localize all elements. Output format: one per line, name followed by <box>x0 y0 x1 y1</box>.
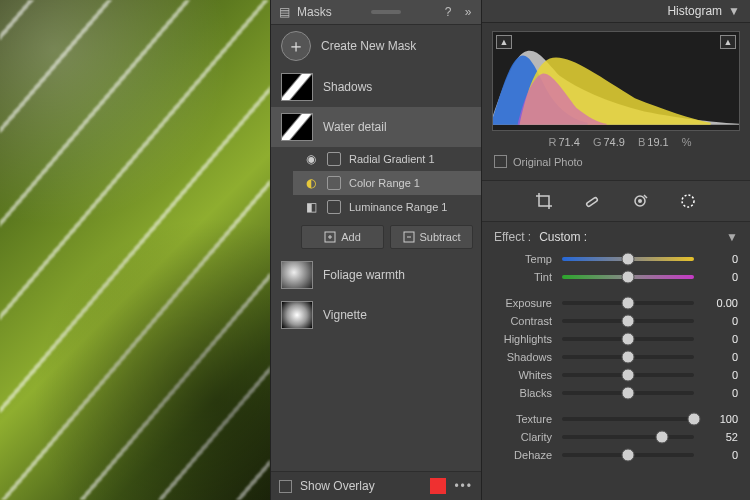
slider-knob[interactable] <box>622 297 635 310</box>
slider-label: Contrast <box>494 315 552 327</box>
slider-temp[interactable]: Temp0 <box>494 250 738 268</box>
create-new-mask[interactable]: ＋ Create New Mask <box>271 25 481 67</box>
tool-strip <box>482 180 750 222</box>
component-color-range[interactable]: ◐ Color Range 1 <box>293 171 481 195</box>
histogram-header[interactable]: Histogram ▼ <box>482 0 750 23</box>
slider-track[interactable] <box>562 257 694 261</box>
slider-exposure[interactable]: Exposure0.00 <box>494 294 738 312</box>
subtract-icon <box>403 231 415 243</box>
crop-tool-icon[interactable] <box>534 191 554 211</box>
original-photo-toggle[interactable]: Original Photo <box>492 153 740 174</box>
slider-knob[interactable] <box>622 351 635 364</box>
slider-track[interactable] <box>562 435 694 439</box>
rgb-readout: R71.4 G74.9 B19.1 % <box>492 131 740 153</box>
slider-label: Temp <box>494 253 552 265</box>
histogram-plot[interactable]: ▲ ▲ <box>492 31 740 131</box>
slider-track[interactable] <box>562 453 694 457</box>
slider-track[interactable] <box>562 391 694 395</box>
slider-track[interactable] <box>562 275 694 279</box>
color-range-icon: ◐ <box>303 175 319 191</box>
add-icon <box>324 231 336 243</box>
slider-track[interactable] <box>562 319 694 323</box>
slider-blacks[interactable]: Blacks0 <box>494 384 738 402</box>
slider-track[interactable] <box>562 355 694 359</box>
slider-value[interactable]: 0 <box>704 351 738 363</box>
slider-value[interactable]: 0 <box>704 333 738 345</box>
masks-panel: ▤ Masks ? » ＋ Create New Mask Shadows Wa… <box>270 0 482 500</box>
slider-value[interactable]: 0.00 <box>704 297 738 309</box>
disclosure-triangle-icon: ▼ <box>728 4 740 18</box>
slider-tint[interactable]: Tint0 <box>494 268 738 286</box>
component-toggle[interactable] <box>327 200 341 214</box>
mask-thumb <box>281 261 313 289</box>
slider-label: Dehaze <box>494 449 552 461</box>
component-label: Luminance Range 1 <box>349 201 447 213</box>
g-label: G <box>593 136 602 148</box>
slider-value[interactable]: 0 <box>704 387 738 399</box>
slider-knob[interactable] <box>622 271 635 284</box>
slider-knob[interactable] <box>656 431 669 444</box>
mask-item-vignette[interactable]: Vignette <box>271 295 481 335</box>
slider-value[interactable]: 52 <box>704 431 738 443</box>
overlay-color-swatch[interactable] <box>430 478 446 494</box>
slider-dehaze[interactable]: Dehaze0 <box>494 446 738 464</box>
slider-label: Shadows <box>494 351 552 363</box>
panel-disclosure-icon[interactable]: ▼ <box>726 230 738 244</box>
mask-item-water-detail[interactable]: Water detail <box>271 107 481 147</box>
slider-knob[interactable] <box>622 315 635 328</box>
slider-track[interactable] <box>562 373 694 377</box>
collapse-icon[interactable]: » <box>461 5 475 19</box>
slider-contrast[interactable]: Contrast0 <box>494 312 738 330</box>
slider-value[interactable]: 0 <box>704 271 738 283</box>
slider-value[interactable]: 0 <box>704 253 738 265</box>
component-luminance-range[interactable]: ◧ Luminance Range 1 <box>293 195 481 219</box>
slider-clarity[interactable]: Clarity52 <box>494 428 738 446</box>
slider-value[interactable]: 0 <box>704 369 738 381</box>
add-button[interactable]: Add <box>301 225 384 249</box>
show-overlay-label: Show Overlay <box>300 479 375 493</box>
slider-value[interactable]: 0 <box>704 449 738 461</box>
mask-label: Shadows <box>323 80 372 94</box>
create-new-mask-label: Create New Mask <box>321 39 416 53</box>
component-label: Color Range 1 <box>349 177 420 189</box>
masks-list: ＋ Create New Mask Shadows Water detail ◉… <box>271 25 481 471</box>
mask-item-foliage-warmth[interactable]: Foliage warmth <box>271 255 481 295</box>
component-toggle[interactable] <box>327 176 341 190</box>
show-overlay-checkbox[interactable] <box>279 480 292 493</box>
component-radial-gradient[interactable]: ◉ Radial Gradient 1 <box>293 147 481 171</box>
original-photo-checkbox[interactable] <box>494 155 507 168</box>
slider-whites[interactable]: Whites0 <box>494 366 738 384</box>
healing-tool-icon[interactable] <box>582 191 602 211</box>
help-icon[interactable]: ? <box>441 5 455 19</box>
masking-tool-icon[interactable] <box>678 191 698 211</box>
panel-dock-icon[interactable]: ▤ <box>277 5 291 19</box>
slider-value[interactable]: 100 <box>704 413 738 425</box>
slider-knob[interactable] <box>622 369 635 382</box>
slider-texture[interactable]: Texture100 <box>494 410 738 428</box>
panel-grip[interactable] <box>371 10 401 14</box>
slider-track[interactable] <box>562 417 694 421</box>
component-toggle[interactable] <box>327 152 341 166</box>
redeye-tool-icon[interactable] <box>630 191 650 211</box>
subtract-button[interactable]: Subtract <box>390 225 473 249</box>
mask-label: Foliage warmth <box>323 268 405 282</box>
slider-value[interactable]: 0 <box>704 315 738 327</box>
photo-preview[interactable] <box>0 0 270 500</box>
effect-panel: Effect : Custom : ▼ Temp0Tint0Exposure0.… <box>482 222 750 500</box>
slider-knob[interactable] <box>622 449 635 462</box>
slider-shadows[interactable]: Shadows0 <box>494 348 738 366</box>
effect-preset-popup[interactable]: Custom : <box>539 230 588 244</box>
slider-knob[interactable] <box>622 253 635 266</box>
more-icon[interactable]: ••• <box>454 479 473 493</box>
masks-panel-title: Masks <box>297 5 332 19</box>
histogram-section: ▲ ▲ R71.4 G74.9 B19.1 % Original Photo <box>482 23 750 180</box>
slider-knob[interactable] <box>688 413 701 426</box>
slider-highlights[interactable]: Highlights0 <box>494 330 738 348</box>
slider-label: Blacks <box>494 387 552 399</box>
visibility-icon[interactable]: ◉ <box>303 151 319 167</box>
slider-knob[interactable] <box>622 387 635 400</box>
slider-track[interactable] <box>562 301 694 305</box>
slider-track[interactable] <box>562 337 694 341</box>
slider-knob[interactable] <box>622 333 635 346</box>
mask-item-shadows[interactable]: Shadows <box>271 67 481 107</box>
